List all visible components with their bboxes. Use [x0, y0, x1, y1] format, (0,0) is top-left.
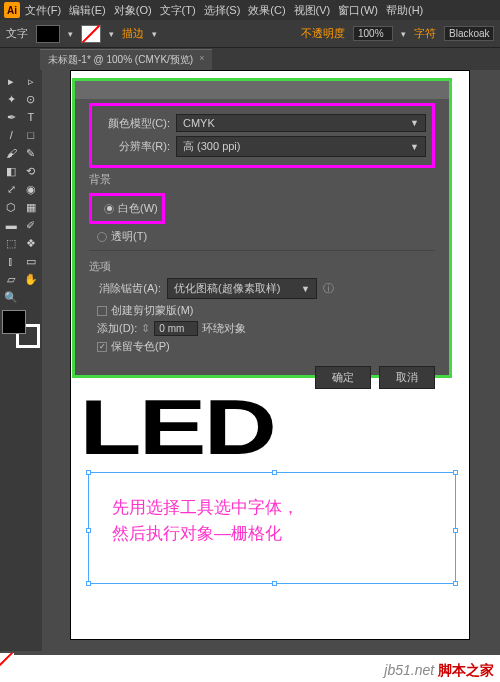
clipmask-label: 创建剪切蒙版(M) [111, 303, 194, 318]
selection-tool[interactable]: ▸ [2, 72, 21, 90]
background-section-title: 背景 [89, 172, 435, 187]
graph-tool[interactable]: ⫿ [2, 252, 21, 270]
antialias-dropdown[interactable]: 优化图稿(超像素取样)▼ [167, 278, 317, 299]
ok-button[interactable]: 确定 [315, 366, 371, 389]
options-bar: 文字 ▾ ▾ 描边 ▾ 不透明度 100% ▾ 字符 Blackoak [0, 20, 500, 48]
antialias-label: 消除锯齿(A): [89, 281, 161, 296]
menu-bar: Ai 文件(F) 编辑(E) 对象(O) 文字(T) 选择(S) 效果(C) 视… [0, 0, 500, 20]
chevron-down-icon: ▼ [301, 284, 310, 294]
selection-handle[interactable] [453, 528, 458, 533]
radio-white[interactable] [104, 204, 114, 214]
radio-transparent[interactable] [97, 232, 107, 242]
eraser-tool[interactable]: ◧ [2, 162, 21, 180]
rotate-tool[interactable]: ⟲ [22, 162, 41, 180]
magic-wand-tool[interactable]: ✦ [2, 90, 21, 108]
blend-tool[interactable]: ⬚ [2, 234, 21, 252]
eyedropper-tool[interactable]: ✐ [22, 216, 41, 234]
direct-selection-tool[interactable]: ▹ [22, 72, 41, 90]
font-input[interactable]: Blackoak [444, 26, 494, 41]
tool-empty [22, 288, 41, 306]
selection-handle[interactable] [272, 581, 277, 586]
color-model-label: 颜色模型(C): [98, 116, 170, 131]
chevron-down-icon[interactable]: ▾ [109, 29, 114, 39]
resolution-dropdown[interactable]: 高 (300 ppi)▼ [176, 136, 426, 157]
tutorial-annotation: 先用选择工具选中字体， 然后执行对象—栅格化 [112, 495, 299, 546]
tab-title: 未标题-1* @ 100% (CMYK/预览) [48, 53, 193, 67]
chevron-down-icon: ▼ [410, 118, 419, 128]
selection-handle[interactable] [453, 470, 458, 475]
info-icon[interactable]: ⓘ [323, 281, 334, 296]
gradient-tool[interactable]: ▬ [2, 216, 21, 234]
add-label: 添加(D): [97, 321, 137, 336]
selection-handle[interactable] [86, 470, 91, 475]
checkbox-preserve-spot[interactable]: ✓ [97, 342, 107, 352]
stepper-icon[interactable]: ⇕ [141, 322, 150, 335]
radio-transparent-label: 透明(T) [111, 229, 147, 244]
document-tab[interactable]: 未标题-1* @ 100% (CMYK/预览) × [40, 49, 212, 70]
shape-builder-tool[interactable]: ⬡ [2, 198, 21, 216]
selection-handle[interactable] [86, 528, 91, 533]
menu-select[interactable]: 选择(S) [201, 3, 244, 18]
scale-tool[interactable]: ⤢ [2, 180, 21, 198]
stroke-label[interactable]: 描边 [122, 26, 144, 41]
resolution-label: 分辨率(R): [98, 139, 170, 154]
color-model-dropdown[interactable]: CMYK▼ [176, 114, 426, 132]
stroke-swatch-none[interactable] [81, 25, 101, 43]
fill-stroke-control[interactable] [2, 310, 40, 348]
menu-edit[interactable]: 编辑(E) [66, 3, 109, 18]
lasso-tool[interactable]: ⊙ [22, 90, 41, 108]
toolbox: ▸▹ ✦⊙ ✒T /□ 🖌✎ ◧⟲ ⤢◉ ⬡▦ ▬✐ ⬚❖ ⫿▭ ▱✋ 🔍 [0, 70, 42, 651]
zoom-tool[interactable]: 🔍 [2, 288, 21, 306]
menu-window[interactable]: 窗口(W) [335, 3, 381, 18]
type-tool[interactable]: T [22, 108, 41, 126]
add-input[interactable]: 0 mm [154, 321, 198, 336]
radio-white-label: 白色(W) [118, 201, 158, 216]
menu-view[interactable]: 视图(V) [291, 3, 334, 18]
chevron-down-icon: ▼ [410, 142, 419, 152]
selection-handle[interactable] [453, 581, 458, 586]
preserve-spot-label: 保留专色(P) [111, 339, 170, 354]
dialog-titlebar[interactable] [75, 81, 449, 99]
selection-handle[interactable] [86, 581, 91, 586]
brush-tool[interactable]: 🖌 [2, 144, 21, 162]
rectangle-tool[interactable]: □ [22, 126, 41, 144]
hand-tool[interactable]: ✋ [22, 270, 41, 288]
rasterize-dialog: 颜色模型(C): CMYK▼ 分辨率(R): 高 (300 ppi)▼ 背景 白… [72, 78, 452, 378]
cancel-button[interactable]: 取消 [379, 366, 435, 389]
add-suffix: 环绕对象 [202, 321, 246, 336]
selection-handle[interactable] [272, 470, 277, 475]
line-tool[interactable]: / [2, 126, 21, 144]
options-section-title: 选项 [89, 259, 435, 274]
pencil-tool[interactable]: ✎ [22, 144, 41, 162]
none-color-icon[interactable] [0, 653, 14, 667]
tool-label: 文字 [6, 26, 28, 41]
menu-type[interactable]: 文字(T) [157, 3, 199, 18]
mesh-tool[interactable]: ▦ [22, 198, 41, 216]
chevron-down-icon[interactable]: ▾ [401, 29, 406, 39]
highlight-white-option: 白色(W) [89, 193, 165, 224]
highlight-settings: 颜色模型(C): CMYK▼ 分辨率(R): 高 (300 ppi)▼ [89, 103, 435, 168]
checkbox-clipmask[interactable] [97, 306, 107, 316]
document-tab-bar: 未标题-1* @ 100% (CMYK/预览) × [0, 48, 500, 70]
chevron-down-icon[interactable]: ▾ [68, 29, 73, 39]
watermark: jb51.net 脚本之家 [384, 662, 494, 680]
slice-tool[interactable]: ▱ [2, 270, 21, 288]
fill-swatch[interactable] [36, 25, 60, 43]
close-icon[interactable]: × [199, 53, 204, 67]
menu-file[interactable]: 文件(F) [22, 3, 64, 18]
pen-tool[interactable]: ✒ [2, 108, 21, 126]
fill-color[interactable] [2, 310, 26, 334]
chevron-down-icon[interactable]: ▾ [152, 29, 157, 39]
menu-help[interactable]: 帮助(H) [383, 3, 426, 18]
opacity-label[interactable]: 不透明度 [301, 26, 345, 41]
symbol-tool[interactable]: ❖ [22, 234, 41, 252]
app-logo: Ai [4, 2, 20, 18]
menu-effect[interactable]: 效果(C) [245, 3, 288, 18]
menu-object[interactable]: 对象(O) [111, 3, 155, 18]
character-label[interactable]: 字符 [414, 26, 436, 41]
warp-tool[interactable]: ◉ [22, 180, 41, 198]
opacity-input[interactable]: 100% [353, 26, 393, 41]
artboard-tool[interactable]: ▭ [22, 252, 41, 270]
